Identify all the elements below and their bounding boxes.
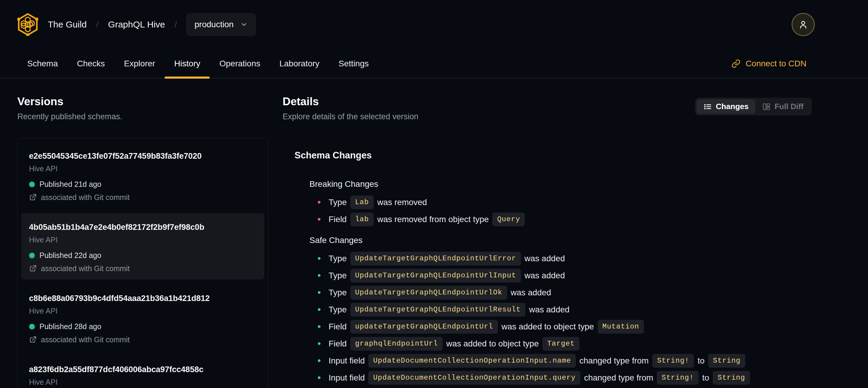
change-section: Breaking Changes TypeLabwas removedField…: [309, 179, 812, 228]
change-text: was added: [529, 305, 569, 315]
change-text: Field: [329, 215, 347, 224]
main-content: Versions Recently published schemas. e2e…: [0, 79, 868, 388]
change-text: was added: [525, 271, 565, 280]
user-avatar[interactable]: [792, 13, 815, 36]
nav-tab-label: Laboratory: [279, 59, 319, 68]
change-item: TypeUpdateTargetGraphQLEndpointUrlOkwas …: [318, 284, 812, 301]
nav-tab-laboratory[interactable]: Laboratory: [270, 49, 329, 78]
safe-bullet-icon: [318, 376, 320, 379]
change-item: Input fieldUpdateDocumentCollectionOpera…: [318, 352, 812, 369]
change-text: Field: [329, 322, 347, 331]
change-text: Input field: [329, 373, 365, 383]
change-text: changed type from: [584, 373, 653, 383]
code-badge: String: [708, 354, 745, 368]
code-badge: graphqlEndpointUrl: [350, 337, 443, 351]
change-section: Safe Changes TypeUpdateTargetGraphQLEndp…: [309, 236, 812, 386]
git-commit-link[interactable]: associated with Git commit: [29, 265, 256, 272]
version-service-name: Hive API: [29, 165, 256, 173]
change-text: to: [698, 356, 704, 365]
published-label: Published 22d ago: [39, 252, 101, 259]
safe-bullet-icon: [318, 359, 320, 362]
change-text: Input field: [329, 356, 365, 365]
external-link-icon: [29, 193, 37, 201]
primary-nav-bar: Schema Checks Explorer History Operation…: [0, 49, 868, 79]
nav-tab-label: Checks: [77, 59, 105, 68]
top-header: The Guild / GraphQL Hive / production: [0, 0, 868, 49]
published-label: Published 21d ago: [39, 181, 101, 188]
connect-cdn-link[interactable]: Connect to CDN: [732, 49, 806, 78]
nav-tab-explorer[interactable]: Explorer: [115, 49, 164, 78]
hive-logo-icon[interactable]: [17, 13, 38, 36]
chevron-down-icon: [240, 21, 248, 28]
git-commit-label: associated with Git commit: [41, 336, 130, 344]
external-link-icon: [29, 336, 37, 344]
version-hash: c8b6e88a06793b9c4dfd54aaa21b36a1b421d812: [29, 294, 256, 303]
external-link-icon: [29, 265, 37, 272]
change-text: to: [702, 373, 709, 383]
code-badge: UpdateDocumentCollectionOperationInput.n…: [368, 354, 576, 368]
nav-tab-label: Operations: [219, 59, 260, 68]
breadcrumb-org[interactable]: The Guild: [48, 20, 87, 30]
chain-link-icon: [732, 59, 740, 68]
nav-tab-operations[interactable]: Operations: [210, 49, 270, 78]
code-badge: updateTargetGraphQLEndpointUrl: [350, 320, 498, 334]
code-badge: String!: [657, 371, 699, 385]
safe-bullet-icon: [318, 325, 320, 328]
git-commit-label: associated with Git commit: [41, 194, 130, 201]
changes-toggle-button[interactable]: Changes: [696, 99, 755, 114]
nav-tab-checks[interactable]: Checks: [67, 49, 115, 78]
change-text: was added to object type: [446, 339, 539, 349]
breadcrumb-project[interactable]: GraphQL Hive: [108, 20, 165, 30]
breaking-bullet-icon: [318, 201, 320, 204]
change-item: TypeUpdateTargetGraphQLEndpointUrlErrorw…: [318, 250, 812, 267]
nav-tab-label: Settings: [338, 59, 369, 68]
code-badge: UpdateDocumentCollectionOperationInput.q…: [368, 371, 580, 385]
git-commit-link[interactable]: associated with Git commit: [29, 193, 256, 201]
safe-bullet-icon: [318, 257, 320, 260]
versions-title: Versions: [17, 95, 268, 108]
schema-changes-title: Schema Changes: [294, 150, 812, 161]
change-item: FieldgraphqlEndpointUrlwas added to obje…: [318, 335, 812, 352]
breaking-bullet-icon: [318, 218, 320, 220]
version-service-name: Hive API: [29, 378, 256, 386]
change-item: TypeUpdateTargetGraphQLEndpointUrlInputw…: [318, 267, 812, 284]
change-text: was removed: [377, 198, 427, 207]
nav-tab-settings[interactable]: Settings: [329, 49, 378, 78]
safe-bullet-icon: [318, 274, 320, 277]
full-diff-toggle-label: Full Diff: [775, 102, 804, 111]
code-badge: UpdateTargetGraphQLEndpointUrlResult: [350, 303, 525, 317]
code-badge: String!: [652, 354, 694, 368]
git-commit-link[interactable]: associated with Git commit: [29, 336, 256, 344]
code-badge: UpdateTargetGraphQLEndpointUrlError: [350, 252, 521, 265]
change-text: Type: [329, 305, 347, 315]
safe-bullet-icon: [318, 291, 320, 294]
version-hash: a823f6db2a55df877dcf406006abca97fcc4858c: [29, 365, 256, 374]
nav-tab-label: Explorer: [124, 59, 155, 68]
change-section-title: Safe Changes: [309, 236, 812, 245]
git-commit-label: associated with Git commit: [41, 265, 130, 272]
change-text: Field: [329, 339, 347, 349]
versions-subtitle: Recently published schemas.: [17, 112, 268, 121]
version-list-item[interactable]: 4b05ab51b1b4a7e2e4b0ef82172f2b9f7ef98c0b…: [21, 213, 265, 279]
nav-tab-history[interactable]: History: [164, 49, 210, 78]
change-text: Type: [329, 198, 347, 207]
version-list-item[interactable]: e2e55045345ce13fe07f52a77459b83fa3fe7020…: [21, 142, 265, 208]
version-hash: e2e55045345ce13fe07f52a77459b83fa3fe7020: [29, 152, 256, 160]
nav-tab-label: Schema: [27, 59, 58, 68]
safe-bullet-icon: [318, 342, 320, 345]
published-label: Published 28d ago: [39, 323, 101, 330]
full-diff-toggle-button[interactable]: Full Diff: [755, 99, 810, 114]
version-list-item[interactable]: c8b6e88a06793b9c4dfd54aaa21b36a1b421d812…: [21, 284, 265, 351]
version-list-item[interactable]: a823f6db2a55df877dcf406006abca97fcc4858c…: [21, 355, 265, 388]
code-badge: Target: [542, 337, 580, 351]
change-text: was added to object type: [501, 322, 594, 331]
connect-cdn-label: Connect to CDN: [746, 59, 806, 68]
code-badge: Mutation: [598, 320, 644, 334]
target-selector-value: production: [194, 20, 234, 29]
nav-tab-schema[interactable]: Schema: [18, 49, 67, 78]
change-list: TypeUpdateTargetGraphQLEndpointUrlErrorw…: [309, 250, 812, 386]
target-selector[interactable]: production: [186, 13, 256, 36]
breadcrumb-separator: /: [175, 20, 177, 29]
change-text: was added: [525, 254, 565, 263]
changes-toggle-label: Changes: [716, 102, 748, 111]
